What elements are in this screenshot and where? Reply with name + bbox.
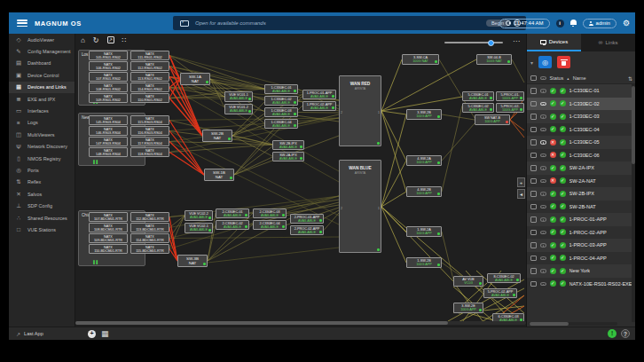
visibility-eye-icon[interactable] bbox=[540, 256, 546, 261]
node-vue-vc02-2[interactable]: VUE VC02-2AVAILABLE bbox=[185, 210, 213, 221]
visibility-column-icon[interactable] bbox=[540, 76, 546, 81]
node-natx[interactable]: NATX111-RS01-RS02 bbox=[130, 51, 169, 60]
node-5-c330ec-02[interactable]: 5-C330EC-02AVAILABLE bbox=[462, 103, 494, 113]
node-5-proc-01-[interactable]: 5-PROC-01-100G-APP bbox=[496, 91, 524, 101]
notifications-bell-icon[interactable] bbox=[570, 20, 577, 25]
visibility-eye-icon[interactable] bbox=[540, 269, 546, 273]
node-natx[interactable]: NATX108-RS01-RS02 bbox=[89, 83, 128, 92]
node-natx[interactable]: NATX148-RS03-RS04 bbox=[89, 147, 128, 157]
sidebar-item-vue-stations[interactable]: □VUE Stations bbox=[9, 224, 75, 235]
device-row-1-c330ec-06[interactable]: ✕ ✓ 1-C330EC-06 bbox=[527, 149, 635, 162]
device-row-1-proc-03-app[interactable]: ✓ ✓ 1-PROC-03-APP bbox=[527, 239, 635, 252]
node-wan-red[interactable]: WAN RED ARISTA 2 1 bbox=[339, 75, 381, 146]
panel-collapse-chevron-icon[interactable]: ◂ bbox=[517, 189, 525, 199]
node-sw-1b[interactable]: SW-1BNAT bbox=[204, 169, 234, 181]
canvas-more-menu-icon[interactable]: ⋯ bbox=[513, 37, 521, 45]
row-checkbox[interactable] bbox=[530, 101, 537, 107]
node-sw-2a-ipx[interactable]: SW-2A-IPXAVAILABLE bbox=[272, 152, 304, 161]
node-1-c330ec-03[interactable]: 1-C330EC-03AVAILABLE bbox=[264, 107, 298, 117]
sidebar-item-sdp-config[interactable]: ⊥SDP Config bbox=[9, 200, 75, 211]
node-natx[interactable]: NATX109-BDCM01-RTR bbox=[89, 233, 128, 243]
node-natx[interactable]: NATX105-RS01-RS02 bbox=[89, 51, 128, 60]
home-icon[interactable]: ⌂ bbox=[81, 36, 85, 45]
zoom-slider-knob[interactable] bbox=[488, 40, 494, 46]
node-1-sw-2b[interactable]: 1-SW-2B100G APP bbox=[406, 257, 442, 268]
node-4-sw-2b[interactable]: 4-SW-2B100G APP bbox=[406, 186, 442, 197]
node-natx[interactable]: NATX147-RS03-RS04 bbox=[89, 137, 128, 146]
row-checkbox[interactable] bbox=[530, 88, 537, 94]
sidebar-item-exe-and-ipx[interactable]: ≣EXE and IPX bbox=[9, 93, 75, 105]
node-2-c330ec-04[interactable]: 2-C330EC-04AVAILABLE bbox=[253, 220, 287, 230]
visibility-eye-icon[interactable] bbox=[540, 192, 546, 196]
visibility-eye-icon[interactable] bbox=[540, 166, 546, 170]
device-row-sw-2b-nat[interactable]: ✓ ✓ SW-2B-NAT bbox=[527, 201, 635, 214]
node-sw-2b-ipx[interactable]: SW-2B-IPXAVAILABLE bbox=[272, 140, 304, 150]
node-3-sw-2e[interactable]: 3-SW-2E100G APP bbox=[453, 303, 483, 313]
device-row-1-proc-02-app[interactable]: ✓ ✓ 1-PROC-02-APP bbox=[527, 226, 635, 240]
clock-chip[interactable]: 11:47:44 AM bbox=[499, 19, 549, 28]
visibility-eye-icon[interactable] bbox=[540, 102, 546, 106]
visibility-eye-icon[interactable] bbox=[540, 153, 546, 158]
node-natx[interactable]: NATX114-BDCM01-RTR bbox=[130, 233, 169, 243]
visibility-eye-icon[interactable] bbox=[540, 282, 546, 287]
row-checkbox[interactable] bbox=[530, 204, 537, 210]
node-2-c330ec-01[interactable]: 2-C330EC-01AVAILABLE bbox=[216, 209, 249, 218]
open-in-new-icon[interactable]: ↗ bbox=[107, 36, 114, 43]
node-1-proc-02-app[interactable]: 1-PROC-02-APPAVAILABLE bbox=[302, 101, 336, 111]
select-all-checkbox[interactable] bbox=[530, 75, 537, 82]
command-bar[interactable]: Open for available commands Begin ? bbox=[173, 16, 526, 30]
info-icon[interactable]: i bbox=[556, 20, 564, 28]
settings-gear-icon[interactable]: ⚙ bbox=[623, 19, 630, 28]
sidebar-item-audioviewer[interactable]: ◇AudioViewer bbox=[9, 34, 75, 45]
node-vue-vc01-2[interactable]: VUE VC01-2AVAILABLE bbox=[224, 104, 253, 114]
sidebar-item-interfaces[interactable]: ▭Interfaces bbox=[9, 105, 75, 116]
sidebar-item-dashboard[interactable]: ▤Dashboard bbox=[9, 58, 75, 69]
row-checkbox[interactable] bbox=[530, 114, 537, 120]
node-wan-blue[interactable]: WAN BLUE ARISTA 2 1 bbox=[339, 160, 381, 253]
row-checkbox[interactable] bbox=[530, 178, 537, 185]
visibility-eye-icon[interactable] bbox=[540, 128, 546, 132]
zoom-slider[interactable] bbox=[444, 42, 503, 43]
name-column-header[interactable]: Name bbox=[573, 75, 586, 81]
alerts-button[interactable]: ! bbox=[608, 329, 617, 338]
node-8-c330ec-02[interactable]: 8-C330EC-02AVAILABLE bbox=[487, 273, 521, 283]
node-5-proc-02-app[interactable]: 5-PROC-02-APPAVAILABLE bbox=[483, 288, 517, 298]
panel-h-scroll-thumb[interactable] bbox=[530, 322, 569, 326]
sidebar-item-devices-and-links[interactable]: ▦Devices and Links bbox=[9, 82, 75, 93]
sidebar-item-nmos-registry[interactable]: ▯NMOS Registry bbox=[9, 153, 75, 164]
topology-canvas[interactable]: ⌂ ↻ ↗ ∷ ⋯ Los Angeles ▌▌New York ▌▌Chica… bbox=[75, 34, 526, 327]
device-row-natx-10e-rs01-rs02-exe[interactable]: ✓ ✓ NATX-10E-RS01-RS02-EXE bbox=[527, 278, 635, 291]
node-natx[interactable]: NATX108-BDCM01-RTR bbox=[89, 223, 128, 232]
status-column-header[interactable]: Status bbox=[550, 75, 564, 81]
node-natx[interactable]: NATX113-BDCM01-RTR bbox=[130, 223, 169, 232]
node-vue-vc02-1[interactable]: VUE VC02-1AVAILABLE bbox=[185, 223, 213, 233]
node-2-c330ec-02[interactable]: 2-C330EC-02AVAILABLE bbox=[216, 220, 249, 230]
row-checkbox[interactable] bbox=[530, 139, 537, 146]
node-2-proc-01-app[interactable]: 2-PROC-01-APPAVAILABLE bbox=[290, 214, 324, 224]
row-checkbox[interactable] bbox=[530, 268, 537, 274]
fullscreen-icon[interactable]: ∷ bbox=[122, 36, 127, 45]
device-row-1-c330ec-03[interactable]: ✓ ✓ 1-C330EC-03 bbox=[527, 110, 635, 123]
refresh-icon[interactable]: ↻ bbox=[93, 36, 99, 45]
tab-devices[interactable]: Devices bbox=[527, 34, 581, 51]
node-natx[interactable]: NATX106-RS01-RS02 bbox=[89, 61, 128, 71]
node-natx[interactable]: NATX115-BDCM01-RTR bbox=[130, 244, 169, 254]
node-natx[interactable]: NATX112-RS01-RS02 bbox=[130, 61, 169, 71]
node-1-proc-01-app[interactable]: 1-PROC-01-APPAVAILABLE bbox=[302, 90, 336, 99]
row-checkbox[interactable] bbox=[530, 165, 537, 171]
device-row-sw-2a-ipx[interactable]: ✓ ✓ SW-2A-IPX bbox=[527, 161, 635, 175]
node-natx[interactable]: NATX116-RS03-RS04 bbox=[130, 126, 169, 136]
node-3-sw-ca[interactable]: 3-SW-CA100G NAT bbox=[402, 54, 439, 65]
sort-updown-icon[interactable]: ⇅ bbox=[628, 75, 632, 82]
node-1-c330ec-02[interactable]: 1-C330EC-02AVAILABLE bbox=[264, 96, 298, 106]
node-5-c330ec-01[interactable]: 5-C330EC-01AVAILABLE bbox=[462, 91, 494, 101]
sidebar-item-network-discovery[interactable]: ΨNetwork Discovery bbox=[9, 141, 75, 153]
node-natx[interactable]: NATX117-RS03-RS04 bbox=[130, 137, 169, 146]
sidebar-item-logs[interactable]: ≡Logs bbox=[9, 117, 75, 129]
node-natx[interactable]: NATX118-RS03-RS04 bbox=[130, 147, 169, 157]
hamburger-menu-icon[interactable] bbox=[17, 20, 27, 27]
sidebar-item-config-management[interactable]: ✎Config Management bbox=[9, 45, 75, 57]
sidebar-item-device-control[interactable]: ▣Device Control bbox=[9, 69, 75, 81]
column-picker-caret-icon[interactable]: ▾ bbox=[530, 59, 533, 66]
visibility-eye-icon[interactable] bbox=[540, 217, 546, 222]
